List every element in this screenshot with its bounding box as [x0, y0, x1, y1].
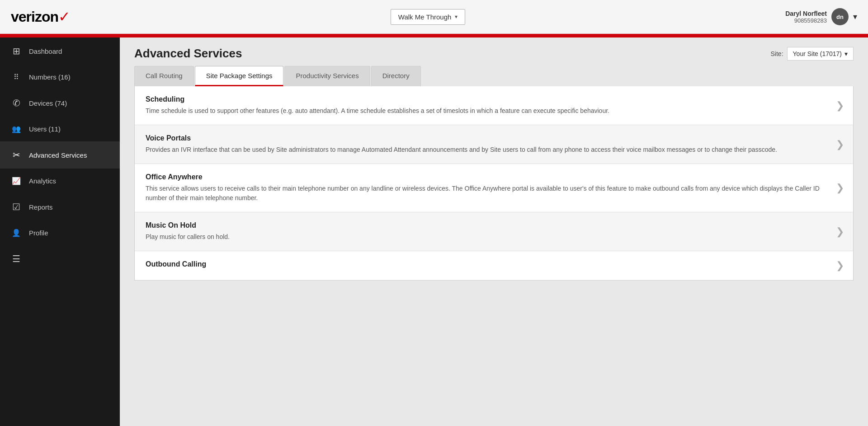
sidebar-item-dashboard[interactable]: ⊞ Dashboard: [0, 37, 120, 65]
sidebar-item-label: Advanced Services: [29, 151, 87, 159]
user-info: Daryl Norfleet 9085598283: [785, 10, 827, 24]
sidebar-item-devices[interactable]: ✆ Devices (74): [0, 89, 120, 117]
service-card-scheduling[interactable]: Scheduling Time schedule is used to supp…: [135, 86, 853, 125]
analytics-icon: 📈: [11, 177, 22, 185]
red-accent-bar: [0, 34, 868, 37]
service-description: Time schedule is used to support other f…: [146, 106, 830, 116]
walk-me-through-button[interactable]: Walk Me Through ▾: [391, 9, 466, 25]
service-title: Music On Hold: [146, 221, 830, 229]
tabs-bar: Call Routing Site Package Settings Produ…: [120, 61, 868, 86]
numbers-icon: ⠿: [11, 73, 22, 81]
sidebar-item-label: Users (11): [29, 125, 61, 133]
tab-directory[interactable]: Directory: [371, 66, 421, 86]
sidebar-item-profile[interactable]: 👤 Profile: [0, 220, 120, 245]
logo-text: verizon: [11, 9, 58, 25]
service-card-music-on-hold[interactable]: Music On Hold Play music for callers on …: [135, 212, 853, 251]
service-title: Office Anywhere: [146, 173, 830, 181]
service-card-outbound-calling[interactable]: Outbound Calling ❯: [135, 251, 853, 280]
chevron-right-icon: ❯: [836, 226, 844, 238]
site-dropdown[interactable]: Your Site (17017) ▾: [787, 47, 854, 61]
sidebar-item-label: Devices (74): [29, 99, 67, 107]
page-title: Advanced Services: [134, 47, 242, 61]
sidebar-item-label: Numbers (16): [29, 73, 71, 81]
service-title: Voice Portals: [146, 134, 830, 142]
service-title: Scheduling: [146, 95, 830, 103]
chevron-right-icon: ❯: [836, 182, 844, 194]
sidebar-item-menu[interactable]: ☰: [0, 245, 120, 272]
service-cards-container: Scheduling Time schedule is used to supp…: [134, 86, 854, 281]
dashboard-icon: ⊞: [11, 46, 22, 56]
user-phone: 9085598283: [785, 17, 827, 24]
sidebar-item-advanced-services[interactable]: ✂ Advanced Services: [0, 141, 120, 169]
sidebar-item-numbers[interactable]: ⠿ Numbers (16): [0, 65, 120, 89]
walk-me-through-label: Walk Me Through: [398, 13, 452, 21]
sidebar-item-label: Profile: [29, 229, 48, 237]
sidebar-item-users[interactable]: 👥 Users (11): [0, 117, 120, 141]
logo-checkmark: ✓: [58, 8, 71, 25]
hamburger-icon: ☰: [11, 253, 22, 264]
top-header: verizon✓ Walk Me Through ▾ Daryl Norflee…: [0, 0, 868, 34]
tab-productivity-services[interactable]: Productivity Services: [284, 66, 370, 86]
main-layout: ⊞ Dashboard ⠿ Numbers (16) ✆ Devices (74…: [0, 37, 868, 426]
profile-icon: 👤: [11, 229, 22, 237]
site-dropdown-chevron-icon: ▾: [844, 50, 848, 57]
service-title: Outbound Calling: [146, 260, 830, 268]
user-name: Daryl Norfleet: [785, 10, 827, 17]
chevron-right-icon: ❯: [836, 260, 844, 272]
service-description: Provides an IVR interface that can be us…: [146, 145, 830, 154]
sidebar-item-label: Analytics: [29, 177, 56, 185]
service-card-office-anywhere[interactable]: Office Anywhere This service allows user…: [135, 164, 853, 212]
site-label: Site:: [771, 50, 783, 57]
user-dropdown-chevron-icon[interactable]: ▾: [853, 12, 857, 22]
phone-icon: ✆: [11, 98, 22, 108]
reports-icon: ☑: [11, 201, 22, 212]
sidebar-item-label: Dashboard: [29, 47, 62, 55]
user-menu[interactable]: Daryl Norfleet 9085598283 dn ▾: [785, 8, 857, 25]
advanced-services-icon: ✂: [11, 150, 22, 160]
chevron-right-icon: ❯: [836, 139, 844, 150]
service-description: This service allows users to receive cal…: [146, 184, 830, 203]
walk-me-chevron-icon: ▾: [455, 14, 458, 20]
users-icon: 👥: [11, 125, 22, 133]
sidebar: ⊞ Dashboard ⠿ Numbers (16) ✆ Devices (74…: [0, 37, 120, 426]
chevron-right-icon: ❯: [836, 100, 844, 112]
sidebar-item-label: Reports: [29, 203, 53, 211]
sidebar-item-reports[interactable]: ☑ Reports: [0, 193, 120, 220]
sidebar-item-analytics[interactable]: 📈 Analytics: [0, 169, 120, 193]
site-value: Your Site (17017): [793, 50, 842, 57]
content-area: Advanced Services Site: Your Site (17017…: [120, 37, 868, 426]
page-header: Advanced Services Site: Your Site (17017…: [120, 37, 868, 61]
logo-area: verizon✓: [11, 8, 71, 25]
avatar: dn: [831, 8, 849, 25]
tab-call-routing[interactable]: Call Routing: [134, 66, 194, 86]
service-card-voice-portals[interactable]: Voice Portals Provides an IVR interface …: [135, 125, 853, 164]
site-selector[interactable]: Site: Your Site (17017) ▾: [771, 47, 854, 61]
tab-site-package-settings[interactable]: Site Package Settings: [195, 66, 284, 86]
service-description: Play music for callers on hold.: [146, 232, 830, 242]
